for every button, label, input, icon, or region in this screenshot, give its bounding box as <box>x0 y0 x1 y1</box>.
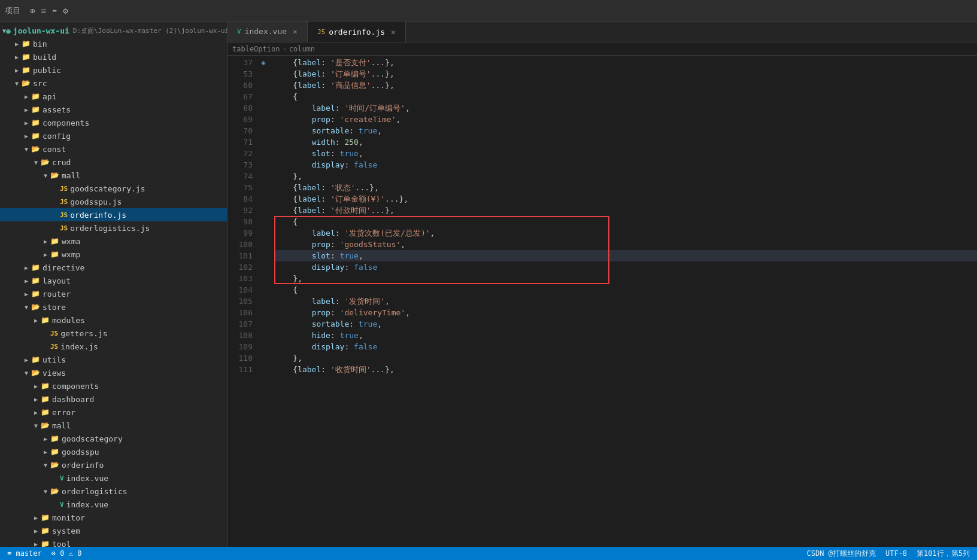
sidebar: ◉ joolun-wx-ui D:桌面\JooLun-wx-master (2)… <box>0 22 227 547</box>
code-line-103[interactable]: }, <box>274 273 977 284</box>
code-line-67[interactable]: { <box>274 91 977 102</box>
sidebar-item-goodsspu[interactable]: JS goodsspu.js <box>0 195 227 208</box>
sidebar-item-build[interactable]: 📁 build <box>0 50 227 63</box>
code-line-60[interactable]: {label: '商品信息'...}, <box>274 80 977 91</box>
breadcrumb-part1[interactable]: tableOption <box>232 45 280 53</box>
sidebar-item-components[interactable]: 📁 components <box>0 116 227 129</box>
sidebar-item-views[interactable]: 📂 views <box>0 366 227 379</box>
code-line-105[interactable]: label: '发货时间', <box>274 296 977 307</box>
sidebar-item-api[interactable]: 📁 api <box>0 90 227 103</box>
folder-system-icon: 📁 <box>41 526 50 535</box>
sidebar-item-goodscategory[interactable]: JS goodscategory.js <box>0 182 227 195</box>
sidebar-item-goodscategory2[interactable]: 📁 goodscategory <box>0 432 227 445</box>
code-line-74[interactable]: }, <box>274 171 977 182</box>
sidebar-item-src[interactable]: 📂 src <box>0 77 227 90</box>
code-line-100[interactable]: prop: 'goodsStatus', <box>274 239 977 250</box>
project-label: 项目 <box>5 5 20 16</box>
code-line-75[interactable]: {label: '状态'...}, <box>274 182 977 193</box>
tab-close-indexvue[interactable]: ✕ <box>293 27 298 36</box>
code-line-109[interactable]: display: false <box>274 341 977 352</box>
sidebar-item-const[interactable]: 📂 const <box>0 142 227 156</box>
sidebar-item-orderlogistics[interactable]: JS orderlogistics.js <box>0 221 227 235</box>
code-line-92[interactable]: {label: '付款时间'...}, <box>274 205 977 216</box>
code-line-72[interactable]: slot: true, <box>274 148 977 159</box>
breadcrumb-part2[interactable]: column <box>289 45 315 53</box>
sidebar-item-system[interactable]: 📁 system <box>0 524 227 537</box>
project-root[interactable]: ◉ joolun-wx-ui D:桌面\JooLun-wx-master (2)… <box>0 24 227 37</box>
code-lines[interactable]: {label: '是否支付'...}, {label: '订单编号'...}, … <box>269 56 977 547</box>
tab-indexvue[interactable]: V index.vue ✕ <box>227 22 308 42</box>
sidebar-item-layout[interactable]: 📁 layout <box>0 274 227 287</box>
code-line-108[interactable]: hide: true, <box>274 330 977 341</box>
sidebar-item-tool[interactable]: 📁 tool <box>0 537 227 547</box>
code-line-111[interactable]: {label: '收货时间'...}, <box>274 364 977 375</box>
code-line-98[interactable]: { <box>274 216 977 227</box>
sidebar-item-orderinfo[interactable]: JS orderinfo.js <box>0 208 227 221</box>
sidebar-item-goodsspu2[interactable]: 📁 goodsspu <box>0 445 227 458</box>
arrow-crud <box>31 159 41 166</box>
code-line-101[interactable]: slot: true, <box>274 250 977 261</box>
code-line-53[interactable]: {label: '订单编号'...}, <box>274 68 977 80</box>
sidebar-item-index2vue[interactable]: V index.vue <box>0 498 227 511</box>
code-line-73[interactable]: display: false <box>274 159 977 171</box>
sidebar-item-router[interactable]: 📁 router <box>0 287 227 300</box>
tab-vue-icon: V <box>237 28 241 35</box>
label-getters: getters.js <box>60 329 107 338</box>
sidebar-item-public[interactable]: 📁 public <box>0 63 227 77</box>
folder-modules-icon: 📁 <box>41 316 50 324</box>
sidebar-item-store[interactable]: 📂 store <box>0 300 227 314</box>
code-line-70[interactable]: sortable: true, <box>274 125 977 136</box>
folder-router-icon: 📁 <box>31 290 40 298</box>
code-line-68[interactable]: label: '时间/订单编号', <box>274 102 977 114</box>
sidebar-item-dashboard[interactable]: 📁 dashboard <box>0 392 227 406</box>
icon-split[interactable]: ⬌ <box>52 6 57 16</box>
arrow-build <box>12 54 22 60</box>
code-line-107[interactable]: sortable: true, <box>274 318 977 330</box>
sidebar-item-wxma[interactable]: 📁 wxma <box>0 235 227 248</box>
tab-close-orderinfojs[interactable]: ✕ <box>391 28 396 36</box>
label-monitor: monitor <box>52 513 85 522</box>
sidebar-item-components2[interactable]: 📁 components <box>0 379 227 392</box>
sidebar-item-orderinfo2[interactable]: 📂 orderinfo <box>0 458 227 471</box>
sidebar-item-config[interactable]: 📁 config <box>0 129 227 142</box>
sidebar-item-mall2[interactable]: 📂 mall <box>0 419 227 432</box>
code-line-102[interactable]: display: false <box>274 261 977 273</box>
icon-list[interactable]: ≡ <box>41 6 45 16</box>
icon-settings[interactable]: ⚙ <box>63 6 68 16</box>
code-line-106[interactable]: prop: 'deliveryTime', <box>274 307 977 318</box>
sidebar-item-indexjs[interactable]: JS index.js <box>0 340 227 353</box>
arrow-layout <box>22 278 31 284</box>
arrow-modules <box>31 317 41 324</box>
label-goodscategory: goodscategory.js <box>70 184 145 193</box>
folder-orderlogistics2-icon: 📂 <box>50 487 59 495</box>
code-line-99[interactable]: label: '发货次数(已发/总发)', <box>274 227 977 239</box>
sidebar-item-wxmp[interactable]: 📁 wxmp <box>0 248 227 261</box>
tab-orderinfojs[interactable]: JS orderinfo.js ✕ <box>308 22 406 42</box>
code-line-110[interactable]: }, <box>274 352 977 364</box>
breadcrumb: tableOption › column <box>227 42 977 56</box>
code-line-71[interactable]: width: 250, <box>274 136 977 148</box>
label-components: components <box>43 118 89 127</box>
code-line-37[interactable]: {label: '是否支付'...}, <box>274 57 977 68</box>
sidebar-item-utils[interactable]: 📁 utils <box>0 353 227 366</box>
sidebar-item-bin[interactable]: 📁 bin <box>0 37 227 50</box>
status-encoding[interactable]: UTF-8 <box>885 549 907 558</box>
code-line-84[interactable]: {label: '订单金额(¥)'...}, <box>274 193 977 205</box>
icon-add[interactable]: ⊕ <box>30 6 35 16</box>
sidebar-item-orderlogistics2[interactable]: 📂 orderlogistics <box>0 485 227 498</box>
line-numbers: 3753606768697071727374758492989910010110… <box>227 56 257 547</box>
code-line-104[interactable]: { <box>274 284 977 296</box>
sidebar-item-getters[interactable]: JS getters.js <box>0 327 227 340</box>
code-line-69[interactable]: prop: 'createTime', <box>274 114 977 125</box>
sidebar-item-indexvue[interactable]: V index.vue <box>0 471 227 485</box>
sidebar-item-directive[interactable]: 📁 directive <box>0 261 227 274</box>
sidebar-item-assets[interactable]: 📁 assets <box>0 103 227 116</box>
sidebar-item-modules[interactable]: 📁 modules <box>0 314 227 327</box>
status-branch[interactable]: ≡ master <box>7 549 42 558</box>
sidebar-item-mall[interactable]: 📂 mall <box>0 169 227 182</box>
folder-src-icon: 📂 <box>22 79 31 87</box>
sidebar-item-monitor[interactable]: 📁 monitor <box>0 511 227 524</box>
sidebar-item-crud[interactable]: 📂 crud <box>0 156 227 169</box>
arrow-orderlogistics2 <box>41 488 50 495</box>
sidebar-item-error[interactable]: 📁 error <box>0 406 227 419</box>
